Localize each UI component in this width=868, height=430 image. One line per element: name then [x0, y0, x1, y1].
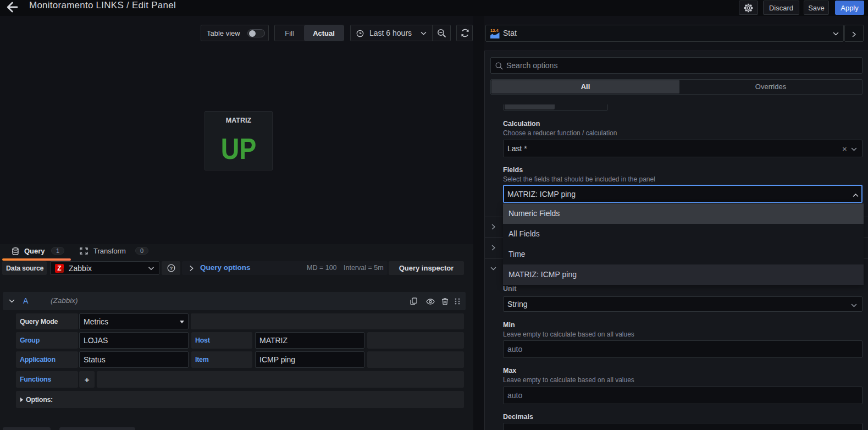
svg-text:?: ?	[170, 266, 173, 271]
svg-text:12.4: 12.4	[490, 28, 499, 33]
